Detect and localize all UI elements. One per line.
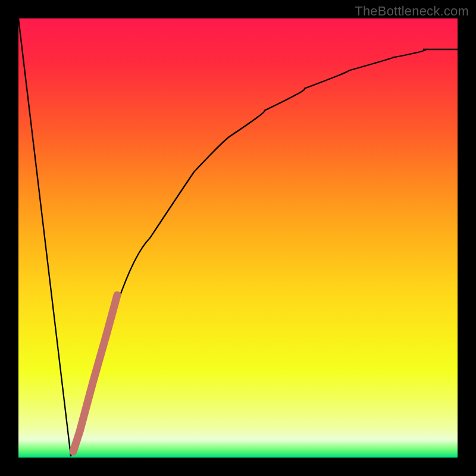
- right-curve-path: [71, 49, 458, 456]
- left-descent-path: [18, 18, 71, 456]
- highlight-segment-path: [73, 295, 117, 452]
- watermark-text: TheBottleneck.com: [355, 4, 469, 19]
- chart-svg: [18, 18, 458, 458]
- plot-area: [18, 18, 458, 458]
- chart-frame: TheBottleneck.com: [0, 0, 476, 476]
- curve-layer: [18, 18, 458, 456]
